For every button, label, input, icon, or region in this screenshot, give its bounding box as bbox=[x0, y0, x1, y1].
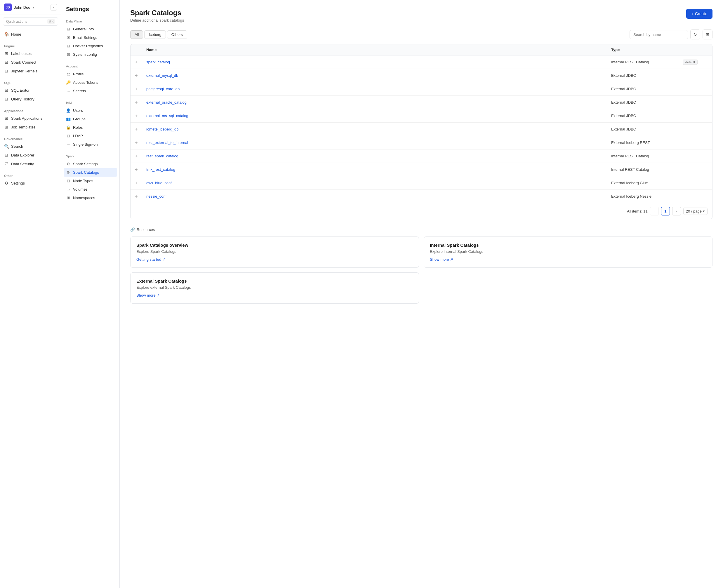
settings-item-users[interactable]: 👤 Users bbox=[61, 106, 120, 115]
catalog-name[interactable]: nessie_conf bbox=[142, 191, 607, 202]
settings-item-label: Volumes bbox=[73, 187, 88, 191]
filter-tab-iceberg[interactable]: Iceberg bbox=[144, 30, 166, 39]
settings-item-label: Single Sign-on bbox=[73, 142, 98, 147]
sidebar-item-job-templates[interactable]: ⊞ Job Templates bbox=[0, 123, 61, 131]
catalog-name[interactable]: aws_blue_conf bbox=[142, 177, 607, 188]
sidebar-item-data-security[interactable]: 🛡 Data Security bbox=[0, 160, 61, 168]
more-options-button[interactable]: ⋮ bbox=[700, 153, 708, 160]
more-options-button[interactable]: ⋮ bbox=[700, 139, 708, 146]
sidebar-item-sql-editor[interactable]: ⊟ SQL Editor bbox=[0, 86, 61, 94]
groups-icon: 👥 bbox=[66, 117, 71, 121]
settings-item-system-config[interactable]: ⊟ System config bbox=[61, 50, 120, 59]
resources-section: 🔗 Resources Spark Catalogs overview Expl… bbox=[130, 227, 712, 303]
sidebar-item-data-explorer[interactable]: ⊟ Data Explorer bbox=[0, 151, 61, 160]
catalog-name[interactable]: rest_external_to_internal bbox=[142, 137, 607, 148]
settings-item-spark-catalogs[interactable]: ⚙ Spark Catalogs bbox=[64, 168, 117, 176]
expand-btn[interactable]: + bbox=[130, 150, 142, 162]
catalog-name[interactable]: postgresql_core_db bbox=[142, 84, 607, 94]
collapse-sidebar-button[interactable]: ‹ bbox=[50, 4, 57, 10]
catalog-name[interactable]: spark_catalog bbox=[142, 57, 607, 67]
more-options-button[interactable]: ⋮ bbox=[700, 72, 708, 79]
expand-btn[interactable]: + bbox=[130, 177, 142, 189]
more-options-button[interactable]: ⋮ bbox=[700, 99, 708, 106]
row-actions: ⋮ bbox=[695, 123, 712, 136]
sql-label: SQL bbox=[0, 79, 61, 86]
resource-link-show-more-internal[interactable]: Show more ↗ bbox=[430, 257, 706, 261]
profile-icon: ◎ bbox=[66, 72, 71, 76]
settings-item-general-info[interactable]: ⊟ General Info bbox=[61, 25, 120, 33]
expand-btn[interactable]: + bbox=[130, 191, 142, 202]
all-items-count: All items: 11 bbox=[627, 209, 648, 213]
expand-btn[interactable]: + bbox=[130, 164, 142, 175]
settings-item-node-types[interactable]: ⊟ Node Types bbox=[61, 176, 120, 185]
settings-item-email-settings[interactable]: ✉ Email Settings bbox=[61, 33, 120, 42]
more-options-button[interactable]: ⋮ bbox=[700, 166, 708, 173]
sidebar-item-label: Spark Applications bbox=[11, 116, 42, 121]
settings-item-access-tokens[interactable]: 🔑 Access Tokens bbox=[61, 78, 120, 87]
settings-item-docker-registries[interactable]: ⊟ Docker Registries bbox=[61, 42, 120, 50]
sidebar-item-query-history[interactable]: ⊟ Query History bbox=[0, 94, 61, 103]
table-row: + external_ms_sql_catalog External JDBC … bbox=[130, 109, 712, 123]
more-options-button[interactable]: ⋮ bbox=[700, 193, 708, 200]
more-options-button[interactable]: ⋮ bbox=[700, 112, 708, 119]
filter-tab-others[interactable]: Others bbox=[167, 30, 187, 39]
settings-item-ldap[interactable]: ⊟ LDAP bbox=[61, 132, 120, 140]
settings-item-namespaces[interactable]: ⊞ Namespaces bbox=[61, 193, 120, 202]
expand-btn[interactable]: + bbox=[130, 83, 142, 95]
prev-page-button[interactable]: ‹ bbox=[650, 207, 659, 215]
catalog-name[interactable]: rest_spark_catalog bbox=[142, 151, 607, 162]
catalog-name[interactable]: tmx_rest_catalog bbox=[142, 164, 607, 175]
catalog-name[interactable]: external_oracle_catalog bbox=[142, 97, 607, 108]
catalog-name[interactable]: iomete_iceberg_db bbox=[142, 124, 607, 134]
expand-btn[interactable]: + bbox=[130, 70, 142, 81]
expand-btn[interactable]: + bbox=[130, 97, 142, 108]
settings-item-profile[interactable]: ◎ Profile bbox=[61, 70, 120, 78]
sidebar-item-search[interactable]: 🔍 Search bbox=[0, 142, 61, 151]
sidebar-item-label: Lakehouses bbox=[11, 51, 32, 56]
sidebar-item-spark-connect[interactable]: ⊟ Spark Connect bbox=[0, 58, 61, 67]
sidebar-item-settings[interactable]: ⚙ Settings bbox=[0, 179, 61, 187]
resource-link-getting-started[interactable]: Getting started ↗ bbox=[136, 257, 413, 261]
col-actions bbox=[695, 44, 712, 55]
refresh-button[interactable]: ↻ bbox=[690, 29, 700, 39]
settings-item-volumes[interactable]: ▭ Volumes bbox=[61, 185, 120, 193]
sidebar-item-jupyter-kernels[interactable]: ⊟ Jupyter Kernels bbox=[0, 67, 61, 75]
more-options-button[interactable]: ⋮ bbox=[700, 59, 708, 65]
expand-btn[interactable]: + bbox=[130, 137, 142, 149]
more-options-button[interactable]: ⋮ bbox=[700, 180, 708, 186]
filter-button[interactable]: ⊞ bbox=[703, 29, 712, 39]
account-section: Account ◎ Profile 🔑 Access Tokens ··· Se… bbox=[61, 63, 120, 95]
settings-item-label: Node Types bbox=[73, 179, 93, 183]
more-options-button[interactable]: ⋮ bbox=[700, 86, 708, 92]
pagination: All items: 11 ‹ 1 › 20 / page ▾ bbox=[130, 203, 712, 219]
search-input[interactable] bbox=[629, 30, 688, 39]
expand-btn[interactable]: + bbox=[130, 56, 142, 68]
expand-btn[interactable]: + bbox=[130, 124, 142, 135]
next-page-button[interactable]: › bbox=[672, 207, 681, 215]
settings-item-secrets[interactable]: ··· Secrets bbox=[61, 87, 120, 95]
account-label: Account bbox=[61, 63, 120, 70]
filter-tab-all[interactable]: All bbox=[130, 30, 143, 39]
resource-link-show-more-external[interactable]: Show more ↗ bbox=[136, 293, 413, 297]
applications-section: Applications ⊞ Spark Applications ⊞ Job … bbox=[0, 105, 61, 133]
settings-item-spark-settings[interactable]: ⚙ Spark Settings bbox=[61, 160, 120, 168]
catalog-name[interactable]: external_ms_sql_catalog bbox=[142, 110, 607, 121]
expand-btn[interactable]: + bbox=[130, 110, 142, 122]
settings-icon: ⚙ bbox=[4, 181, 9, 185]
create-button[interactable]: + Create bbox=[686, 9, 712, 19]
docker-icon: ⊟ bbox=[66, 44, 71, 48]
per-page-selector[interactable]: 20 / page ▾ bbox=[683, 208, 707, 215]
more-options-button[interactable]: ⋮ bbox=[700, 126, 708, 132]
quick-actions[interactable]: Quick actions ⌘K bbox=[3, 17, 58, 26]
sidebar-item-spark-applications[interactable]: ⊞ Spark Applications bbox=[0, 114, 61, 123]
spark-app-icon: ⊞ bbox=[4, 116, 9, 121]
sidebar-item-lakehouses[interactable]: ⊞ Lakehouses bbox=[0, 49, 61, 58]
user-menu[interactable]: JD John Doe ▾ bbox=[4, 3, 34, 11]
catalog-name[interactable]: external_mysql_db bbox=[142, 70, 607, 81]
settings-item-roles[interactable]: 🔒 Roles bbox=[61, 123, 120, 132]
current-page-button[interactable]: 1 bbox=[661, 207, 670, 215]
settings-item-sso[interactable]: → Single Sign-on bbox=[61, 140, 120, 149]
sidebar-item-home[interactable]: 🏠 Home bbox=[0, 30, 61, 39]
settings-item-groups[interactable]: 👥 Groups bbox=[61, 115, 120, 123]
catalog-type: External JDBC bbox=[607, 70, 695, 81]
